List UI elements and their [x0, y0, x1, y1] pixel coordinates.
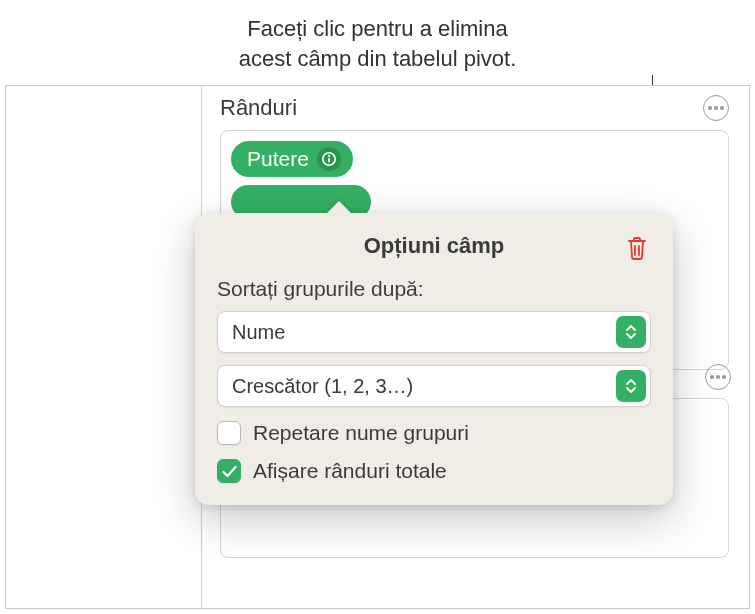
- popover-arrow: [325, 201, 353, 215]
- show-total-rows-label: Afișare rânduri totale: [253, 459, 447, 483]
- trash-icon: [625, 235, 649, 261]
- dropdown-stepper-icon: [616, 370, 646, 402]
- sort-order-value: Crescător (1, 2, 3…): [217, 365, 651, 407]
- delete-field-button[interactable]: [621, 231, 653, 269]
- sort-by-value: Nume: [217, 311, 651, 353]
- field-options-popover: Opțiuni câmp Sortați grupurile după: Num…: [195, 213, 673, 505]
- field-chip-putere[interactable]: Putere: [231, 141, 353, 177]
- more-icon: [710, 375, 726, 379]
- sort-order-select[interactable]: Crescător (1, 2, 3…): [217, 365, 651, 407]
- info-icon[interactable]: [317, 147, 341, 171]
- callout-line-2: acest câmp din tabelul pivot.: [0, 44, 755, 74]
- callout-line-1: Faceți clic pentru a elimina: [0, 14, 755, 44]
- show-total-rows-checkbox[interactable]: [217, 459, 241, 483]
- sort-groups-label: Sortați grupurile după:: [217, 277, 651, 301]
- repeat-group-names-row: Repetare nume grupuri: [217, 421, 651, 445]
- more-icon: [708, 106, 724, 110]
- popover-header: Opțiuni câmp: [217, 233, 651, 259]
- dropdown-stepper-icon: [616, 316, 646, 348]
- rows-section-title: Rânduri: [220, 95, 297, 121]
- svg-rect-2: [328, 158, 330, 162]
- show-total-rows-row: Afișare rânduri totale: [217, 459, 651, 483]
- repeat-group-names-checkbox[interactable]: [217, 421, 241, 445]
- sort-by-select[interactable]: Nume: [217, 311, 651, 353]
- repeat-group-names-label: Repetare nume grupuri: [253, 421, 469, 445]
- rows-section-header: Rânduri: [220, 90, 729, 126]
- section-more-button[interactable]: [705, 364, 731, 390]
- checkmark-icon: [222, 465, 237, 478]
- popover-title: Opțiuni câmp: [364, 233, 505, 259]
- callout-annotation: Faceți clic pentru a elimina acest câmp …: [0, 14, 755, 73]
- svg-point-1: [328, 155, 330, 157]
- rows-more-button[interactable]: [703, 95, 729, 121]
- field-chip-label: Putere: [247, 147, 309, 171]
